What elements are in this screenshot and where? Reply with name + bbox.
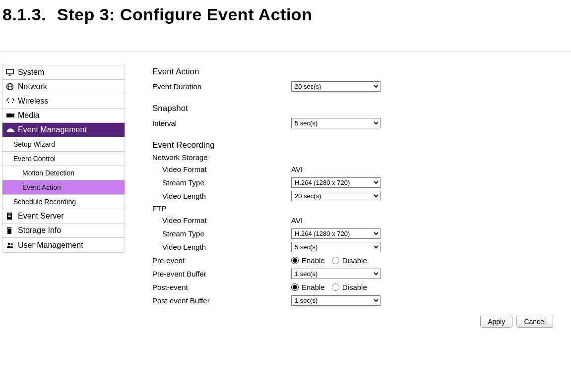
sidebar-item-event-management[interactable]: Event Management [2,123,125,137]
server-icon [6,212,18,220]
section-snapshot: Snapshot [152,104,553,113]
camera-icon [6,112,18,118]
sidebar-item-user-management[interactable]: User Management [2,238,125,252]
radio-pre-event-enable[interactable] [291,257,299,264]
label-post-event-buffer: Post-event Buffer [152,296,291,305]
label-ftp-stream-type: Stream Type [152,229,291,238]
svg-rect-16 [9,227,10,229]
sidebar-item-label: Event Action [22,183,61,191]
cancel-button[interactable]: Cancel [516,316,553,328]
sidebar-item-label: Setup Wizard [13,140,55,148]
label-ns-video-format: Video Format [152,165,291,173]
page-heading: 8.1.3.Step 3: Configure Event Action [2,5,571,24]
main-panel: Event Action Event Duration 20 sec(s) Sn… [125,62,553,328]
select-post-event-buffer[interactable]: 1 sec(s) [291,295,381,306]
sidebar-item-label: Event Management [18,125,87,134]
sidebar-item-event-control[interactable]: Event Control [2,152,125,166]
label-ftp-video-format: Video Format [152,216,291,224]
svg-rect-14 [8,216,11,217]
button-bar: Apply Cancel [152,316,553,328]
subhead-network-storage: Network Storage [152,153,553,162]
select-ftp-video-length[interactable]: 5 sec(s) [291,242,381,252]
select-interval[interactable]: 5 sec(s) [291,118,381,128]
globe-icon [6,83,18,91]
label-interval: Interval [152,119,291,127]
svg-rect-8 [6,113,12,117]
label-pre-event: Pre-event [152,256,291,265]
svg-rect-0 [6,69,13,74]
svg-point-18 [8,242,10,245]
heading-number: 8.1.3. [2,5,46,24]
radio-label-disable: Disable [342,256,367,265]
gauge-icon [6,126,18,133]
sidebar-item-label: Schedule Recording [13,198,76,206]
sidebar-item-label: Media [18,111,40,120]
sidebar-item-motion-detection[interactable]: Motion Detection [2,166,125,180]
sd-card-icon [6,226,18,234]
sidebar-item-label: Wireless [18,97,48,106]
svg-rect-15 [8,227,9,229]
radio-post-event-disable[interactable] [332,283,339,291]
sidebar-item-setup-wizard[interactable]: Setup Wizard [2,137,125,152]
svg-rect-2 [9,74,10,75]
subhead-ftp: FTP [152,204,553,213]
svg-marker-9 [12,113,14,118]
sidebar-item-label: Motion Detection [22,169,74,177]
svg-point-19 [11,243,13,245]
sidebar-item-media[interactable]: Media [2,109,125,123]
sidebar-item-wireless[interactable]: Wireless [2,94,125,109]
label-event-duration: Event Duration [152,82,291,91]
sidebar-item-event-action[interactable]: Event Action [2,180,125,195]
select-ftp-stream-type[interactable]: H.264 (1280 x 720) [291,228,381,239]
sidebar-item-network[interactable]: Network [2,80,125,94]
sidebar-item-event-server[interactable]: Event Server [2,209,125,224]
users-icon [6,242,18,249]
label-ns-stream-type: Stream Type [152,178,291,187]
select-ns-stream-type[interactable]: H.264 (1280 x 720) [291,177,381,188]
sidebar-item-label: User Management [18,241,83,250]
sidebar-item-system[interactable]: System [2,65,125,80]
radio-post-event-enable[interactable] [291,283,299,291]
section-event-recording: Event Recording [152,140,553,150]
label-pre-event-buffer: Pre-event Buffer [152,270,291,278]
svg-point-7 [12,102,13,103]
select-ns-video-length[interactable]: 20 sec(s) [291,191,381,201]
sidebar-item-label: Network [18,82,47,91]
apply-button[interactable]: Apply [480,316,512,328]
wifi-icon [6,98,18,105]
radio-label-disable: Disable [342,283,367,291]
section-event-action: Event Action [152,67,553,77]
sidebar-item-label: Storage Info [18,226,61,235]
svg-rect-12 [8,214,11,214]
heading-title: Step 3: Configure Event Action [57,5,312,24]
svg-rect-17 [10,227,11,229]
svg-rect-1 [8,75,11,76]
radio-pre-event-disable[interactable] [332,257,339,264]
label-ftp-video-length: Video Length [152,243,291,251]
value-ftp-video-format: AVI [291,216,303,224]
label-post-event: Post-event [152,283,291,291]
value-ns-video-format: AVI [291,165,303,173]
select-pre-event-buffer[interactable]: 1 sec(s) [291,269,381,279]
monitor-icon [6,69,18,76]
label-ns-video-length: Video Length [152,192,291,200]
sidebar-item-label: Event Server [18,212,63,221]
svg-rect-13 [8,215,11,216]
sidebar-item-storage-info[interactable]: Storage Info [2,224,125,238]
radio-label-enable: Enable [302,256,325,265]
sidebar-item-label: System [18,68,44,77]
select-event-duration[interactable]: 20 sec(s) [291,81,381,92]
sidebar-item-label: Event Control [13,155,56,163]
svg-point-6 [8,102,9,103]
sidebar-item-schedule-recording[interactable]: Schedule Recording [2,195,125,209]
radio-label-enable: Enable [302,283,325,291]
sidebar: System Network Wireless Media [2,65,125,253]
